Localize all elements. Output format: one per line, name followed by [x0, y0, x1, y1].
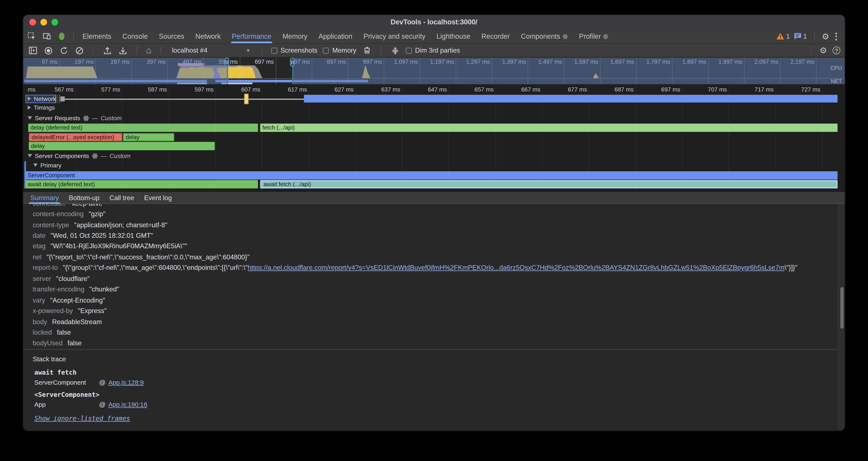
tab-elements[interactable]: Elements	[77, 29, 117, 43]
live-metrics-home-icon[interactable]: ⌂	[146, 47, 151, 54]
report-url-link[interactable]: https://a.nel.cloudflare.com/report/v4?s…	[248, 264, 784, 272]
chevron-down-icon[interactable]	[28, 154, 32, 157]
flame-chart[interactable]: 567 ms577 ms587 ms597 ms607 ms617 ms627 …	[23, 84, 845, 191]
track-network[interactable]: Network	[28, 95, 56, 102]
flame-bar[interactable]: delay (deferred text)	[28, 123, 258, 132]
tab-components[interactable]: Components	[516, 29, 574, 43]
track-timings[interactable]: Timings	[28, 104, 55, 111]
chevron-down-icon[interactable]	[33, 164, 38, 167]
separator	[814, 32, 815, 40]
scrollbar-thumb[interactable]	[840, 287, 843, 329]
header-row: vary"Accept-Encoding"	[23, 295, 845, 306]
screen: DevTools - localhost:3000/ ElementsConso…	[0, 0, 868, 461]
chevron-down-icon[interactable]	[28, 116, 32, 120]
checkbox-box[interactable]	[323, 48, 329, 54]
clear-icon[interactable]	[74, 46, 84, 56]
tab-memory[interactable]: Memory	[277, 29, 313, 43]
net-lane-label: NET	[831, 78, 842, 84]
network-marker[interactable]	[244, 94, 249, 104]
record-icon[interactable]	[43, 46, 53, 56]
chevron-right-icon[interactable]	[28, 105, 31, 110]
issues-badge[interactable]: 1	[794, 32, 807, 40]
tab-call-tree[interactable]: Call tree	[104, 191, 139, 204]
toggle-sidebar-icon[interactable]	[28, 46, 38, 56]
header-value: "keep-alive"	[70, 204, 105, 207]
timeline-overview[interactable]: 97 ms197 ms297 ms397 ms497 ms597 ms697 m…	[23, 58, 845, 84]
flame-bar[interactable]: fetch (.../api)	[260, 123, 837, 132]
atom-icon	[603, 34, 609, 39]
panel-tabs: ElementsConsoleSourcesNetworkPerformance…	[77, 29, 614, 43]
header-value: "W/\"4b1-RjEJloX9kRinu6F0MAZMmy6E5iA\""	[51, 242, 187, 250]
reload-record-icon[interactable]	[59, 46, 69, 56]
titlebar: DevTools - localhost:3000/	[23, 15, 845, 29]
separator	[381, 47, 381, 54]
garbage-collect-icon[interactable]	[362, 46, 372, 56]
dim-3rd-parties-checkbox[interactable]: Dim 3rd parties	[406, 47, 460, 54]
show-ignore-listed-frames-link[interactable]: Show ignore-listed frames	[34, 414, 130, 422]
summary-scrollbar[interactable]	[838, 204, 844, 431]
memory-checkbox[interactable]: Memory	[323, 47, 356, 54]
collapse-tracks-icon[interactable]	[390, 46, 400, 56]
flame-bar[interactable]	[304, 95, 838, 103]
tab-recorder[interactable]: Recorder	[476, 29, 516, 43]
source-location-link[interactable]: App.js:190:16	[108, 401, 147, 408]
header-value: "Express"	[78, 307, 106, 315]
track-primary[interactable]: Primary	[33, 162, 62, 169]
header-value: "{\"report_to\":\"cf-nel\",\"success_fra…	[46, 253, 250, 261]
tab-privacy-and-security[interactable]: Privacy and security	[358, 29, 431, 43]
separator	[73, 32, 74, 40]
details-tabbar: SummaryBottom-upCall treeEvent log	[23, 191, 845, 204]
header-key: x-powered-by	[33, 307, 73, 315]
dim-overlay-right	[293, 58, 845, 84]
tab-console[interactable]: Console	[117, 29, 153, 43]
close-window-icon[interactable]	[29, 19, 36, 25]
track-server-components[interactable]: Server Components — Custom	[28, 152, 130, 159]
dim-overlay-left	[23, 58, 227, 84]
tab-application[interactable]: Application	[313, 29, 358, 43]
warnings-badge[interactable]: 1	[776, 32, 790, 40]
more-options-icon[interactable]	[833, 31, 839, 41]
header-value: false	[57, 329, 71, 336]
capture-settings-gear-icon[interactable]: ⚙	[819, 47, 827, 54]
flame-bar[interactable]: delay	[29, 142, 215, 150]
tab-profiler[interactable]: Profiler	[574, 29, 614, 43]
tab-bottom-up[interactable]: Bottom-up	[64, 191, 104, 204]
selection-right-handle[interactable]	[290, 58, 294, 66]
device-toolbar-icon[interactable]	[41, 31, 52, 41]
tab-network[interactable]: Network	[190, 29, 226, 43]
selection-left-handle[interactable]	[225, 58, 229, 66]
checkbox-box[interactable]	[271, 48, 277, 54]
header-value: false	[67, 339, 82, 347]
maximize-window-icon[interactable]	[52, 19, 58, 25]
flame-bar[interactable]: delay	[123, 133, 174, 141]
track-server-requests[interactable]: Server Requests — Custom	[28, 115, 122, 121]
chevron-down-icon: ▼	[246, 48, 251, 53]
minimize-window-icon[interactable]	[40, 19, 47, 25]
flame-bar[interactable]: await fetch (.../api)	[260, 180, 837, 189]
tab-event-log[interactable]: Event log	[139, 191, 177, 204]
tab-summary[interactable]: Summary	[25, 191, 64, 204]
checkbox-box[interactable]	[406, 48, 412, 54]
flame-bar[interactable]: await delay (deferred text)	[25, 180, 258, 189]
flame-bar[interactable]: delayedError (...ayed exception)	[29, 133, 122, 141]
chevron-right-icon[interactable]	[28, 96, 31, 101]
header-row: connection"keep-alive"	[23, 204, 845, 209]
extension-gem-icon[interactable]	[56, 31, 66, 41]
tab-sources[interactable]: Sources	[153, 29, 190, 43]
screenshots-checkbox[interactable]: Screenshots	[271, 47, 317, 54]
header-key: connection	[33, 204, 65, 207]
tab-lighthouse[interactable]: Lighthouse	[431, 29, 476, 43]
tab-performance[interactable]: Performance	[226, 29, 277, 43]
flame-bar[interactable]: ServerComponent	[25, 171, 837, 180]
inspect-element-icon[interactable]	[27, 31, 36, 41]
header-row: server"cloudflare"	[23, 273, 845, 284]
load-profile-icon[interactable]	[102, 46, 112, 56]
profile-select[interactable]: localhost #4 ▼	[170, 45, 253, 56]
header-row: lockedfalse	[23, 327, 845, 338]
help-icon[interactable]: ?	[833, 47, 840, 54]
save-profile-icon[interactable]	[118, 46, 128, 56]
source-location-link[interactable]: App.js:128:9	[108, 379, 144, 386]
header-value: "chunked"	[89, 285, 119, 293]
settings-gear-icon[interactable]: ⚙	[822, 32, 829, 40]
header-key: content-type	[33, 221, 69, 229]
